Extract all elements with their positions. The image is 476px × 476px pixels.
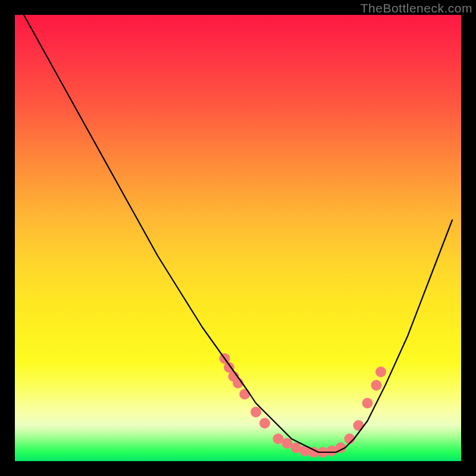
marker-dots-group	[220, 353, 387, 458]
chart-frame: TheBottleneck.com	[0, 0, 476, 476]
highlight-dot	[239, 389, 250, 400]
highlight-dot	[353, 420, 364, 431]
highlight-dot	[371, 380, 382, 391]
highlight-dot	[250, 407, 261, 418]
chart-svg	[15, 15, 461, 461]
highlight-dot	[375, 367, 386, 377]
highlight-dot	[362, 398, 373, 409]
highlight-dot	[259, 418, 270, 428]
watermark-text: TheBottleneck.com	[361, 1, 472, 15]
